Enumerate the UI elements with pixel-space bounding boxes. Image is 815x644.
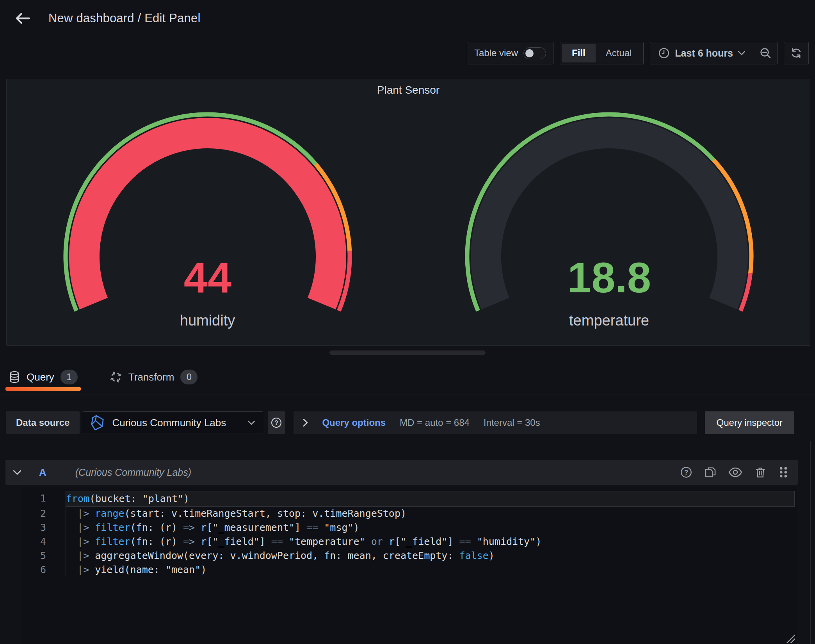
code-line[interactable]: 6 |> yield(name: "mean") bbox=[22, 563, 797, 577]
duplicate-query-button[interactable] bbox=[704, 466, 717, 479]
chevron-down-icon bbox=[738, 51, 745, 55]
page-title: New dashboard / Edit Panel bbox=[48, 11, 201, 25]
gauge-humidity-svg: 44 bbox=[59, 100, 356, 319]
query-inspector-button[interactable]: Query inspector bbox=[705, 411, 794, 434]
query-help-button[interactable]: ? bbox=[680, 466, 692, 479]
interval-text: Interval = 30s bbox=[484, 417, 540, 428]
database-icon bbox=[9, 370, 20, 384]
gauge-label: temperature bbox=[569, 312, 649, 329]
panel-plant-sensor: Plant Sensor 44 humidity 18.8 temperatur… bbox=[6, 79, 810, 346]
toolbar: Table view Fill Actual Last 6 hours bbox=[0, 41, 815, 65]
tab-query[interactable]: Query 1 bbox=[5, 365, 81, 387]
code-content[interactable]: |> yield(name: "mean") bbox=[66, 563, 797, 577]
query-datasource-note: (Curious Community Labs) bbox=[75, 467, 191, 478]
tab-transform[interactable]: Transform 0 bbox=[107, 365, 201, 387]
clock-icon bbox=[658, 47, 670, 59]
datasource-label: Data source bbox=[6, 411, 80, 434]
actual-button[interactable]: Actual bbox=[596, 44, 642, 62]
gauge-value: 18.8 bbox=[567, 253, 651, 301]
time-range-label: Last 6 hours bbox=[675, 48, 733, 59]
svg-text:?: ? bbox=[684, 469, 688, 476]
time-range-picker[interactable]: Last 6 hours bbox=[650, 42, 753, 64]
chevron-right-icon[interactable] bbox=[303, 419, 308, 427]
tab-bar: Query 1 Transform 0 bbox=[0, 365, 815, 391]
code-line[interactable]: 2 |> range(start: v.timeRangeStart, stop… bbox=[22, 507, 797, 521]
zoom-out-time-button[interactable] bbox=[753, 42, 777, 64]
collapse-chevron-icon[interactable] bbox=[13, 470, 21, 475]
line-number: 6 bbox=[22, 563, 66, 577]
fill-button[interactable]: Fill bbox=[562, 44, 596, 62]
query-row-header[interactable]: A (Curious Community Labs) ? bbox=[5, 460, 798, 485]
panel-title: Plant Sensor bbox=[7, 79, 810, 99]
code-content[interactable]: |> range(start: v.timeRangeStart, stop: … bbox=[66, 507, 797, 521]
line-number: 5 bbox=[22, 549, 66, 563]
help-circle-icon: ? bbox=[680, 466, 692, 479]
query-options-link[interactable]: Query options bbox=[322, 417, 386, 428]
code-content[interactable]: |> filter(fn: (r) => r["_measurement"] =… bbox=[66, 521, 797, 535]
help-circle-icon: ? bbox=[270, 417, 282, 429]
table-view-group: Table view bbox=[467, 42, 553, 64]
zoom-out-icon bbox=[759, 47, 772, 59]
query-ref-id: A bbox=[39, 466, 46, 479]
line-number: 3 bbox=[22, 521, 66, 535]
code-line[interactable]: 4 |> filter(fn: (r) => r["_field"] == "t… bbox=[22, 535, 797, 549]
datasource-row: Data source Curious Community Labs ? Que… bbox=[0, 411, 815, 434]
code-line[interactable]: 5 |> aggregateWindow(every: v.windowPeri… bbox=[22, 549, 797, 563]
gauge-temperature-svg: 18.8 bbox=[461, 100, 758, 319]
code-content[interactable]: |> aggregateWindow(every: v.windowPeriod… bbox=[66, 549, 797, 563]
transform-icon bbox=[110, 371, 122, 383]
code-content[interactable]: from(bucket: "plant") bbox=[66, 491, 795, 507]
svg-text:?: ? bbox=[275, 420, 279, 426]
gauges-row: 44 humidity 18.8 temperature bbox=[7, 100, 810, 329]
gauge-value: 44 bbox=[183, 253, 231, 301]
line-number: 2 bbox=[22, 507, 66, 521]
time-range-group: Last 6 hours bbox=[650, 42, 778, 64]
tab-query-label: Query bbox=[27, 371, 54, 383]
tabs-divider bbox=[0, 395, 815, 395]
fill-actual-group: Fill Actual bbox=[560, 42, 644, 64]
drag-dots-icon bbox=[778, 466, 788, 479]
table-view-switch[interactable] bbox=[523, 47, 546, 59]
eye-icon bbox=[728, 466, 742, 479]
top-bar: New dashboard / Edit Panel bbox=[0, 0, 815, 28]
gauge-label: humidity bbox=[180, 312, 235, 329]
arrow-left-icon bbox=[15, 12, 30, 25]
trash-icon bbox=[754, 466, 767, 479]
datasource-select[interactable]: Curious Community Labs bbox=[83, 411, 263, 434]
panel-resize-handle[interactable] bbox=[329, 350, 486, 355]
line-number: 4 bbox=[22, 535, 66, 549]
switch-knob bbox=[525, 49, 534, 57]
line-number: 1 bbox=[22, 491, 66, 507]
editor-resize-grip[interactable] bbox=[785, 633, 795, 643]
tab-query-count-badge: 1 bbox=[61, 370, 78, 384]
copy-icon bbox=[704, 466, 717, 479]
delete-query-button[interactable] bbox=[754, 466, 767, 479]
datasource-logo-icon bbox=[90, 415, 105, 431]
active-tab-underline bbox=[5, 387, 81, 391]
datasource-help-button[interactable]: ? bbox=[268, 411, 285, 434]
tab-transform-count-badge: 0 bbox=[180, 370, 198, 384]
table-view-label: Table view bbox=[474, 48, 518, 59]
scroll-track[interactable] bbox=[810, 441, 811, 644]
code-content[interactable]: |> filter(fn: (r) => r["_field"] == "tem… bbox=[66, 535, 797, 549]
chevron-down-icon bbox=[248, 420, 255, 425]
indent-guide bbox=[66, 507, 66, 576]
drag-handle[interactable] bbox=[778, 466, 788, 479]
gauge-temperature: 18.8 temperature bbox=[408, 100, 810, 329]
code-line[interactable]: 3 |> filter(fn: (r) => r["_measurement"]… bbox=[22, 521, 797, 535]
code-line[interactable]: 1 from(bucket: "plant") bbox=[22, 491, 797, 507]
max-data-points-text: MD = auto = 684 bbox=[400, 417, 470, 428]
tab-transform-label: Transform bbox=[128, 371, 174, 383]
datasource-name: Curious Community Labs bbox=[112, 417, 241, 429]
flux-query-editor[interactable]: 1 from(bucket: "plant") 2 |> range(start… bbox=[22, 487, 797, 644]
refresh-icon bbox=[790, 47, 803, 59]
toggle-visibility-button[interactable] bbox=[728, 466, 742, 479]
query-options-bar: Query options MD = auto = 684 Interval =… bbox=[294, 411, 697, 434]
back-button[interactable] bbox=[14, 10, 31, 27]
gauge-humidity: 44 humidity bbox=[7, 100, 408, 329]
query-actions: ? bbox=[680, 466, 788, 479]
refresh-button[interactable] bbox=[784, 42, 809, 64]
